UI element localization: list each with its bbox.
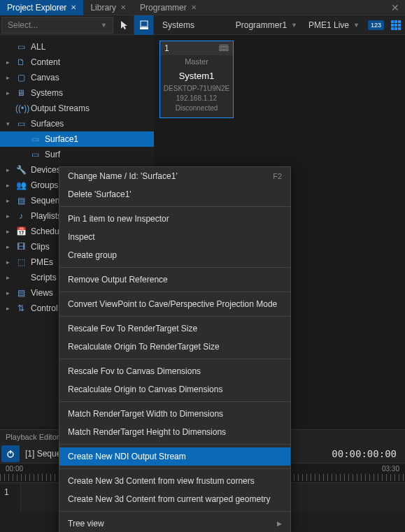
select-dropdown[interactable]: Select... ▼ bbox=[1, 17, 113, 34]
tab-programmer[interactable]: Programmer ✕ bbox=[133, 0, 204, 15]
menu-label: Inspect bbox=[68, 232, 95, 242]
system-name: System1 bbox=[160, 68, 233, 84]
tree-all[interactable]: ▭ ALL bbox=[0, 39, 154, 55]
tab-label: Library bbox=[90, 3, 116, 13]
sequences-icon: ▤ bbox=[15, 196, 27, 206]
panel-label: Systems bbox=[154, 20, 203, 30]
chevron-down-icon: ▼ bbox=[291, 22, 297, 29]
separator bbox=[59, 292, 290, 292]
context-menu-item[interactable]: Recalculate Origin To RenderTarget Size bbox=[59, 338, 290, 356]
clips-icon: 🎞 bbox=[15, 242, 27, 252]
tree-child-surface[interactable]: ▭Surf bbox=[0, 147, 154, 162]
system-number: 1 bbox=[164, 43, 169, 53]
separator bbox=[59, 267, 290, 268]
expander-icon[interactable]: ▸ bbox=[4, 274, 11, 281]
tab-project-explorer[interactable]: Project Explorer ✕ bbox=[0, 0, 83, 15]
system-tool[interactable] bbox=[134, 15, 154, 35]
tree-item-canvas[interactable]: ▸▢Canvas bbox=[0, 70, 154, 85]
menu-label: Remove Output Reference bbox=[68, 275, 168, 285]
programmer-dropdown[interactable]: Programmer1 ▼ bbox=[230, 20, 303, 30]
cursor-tool[interactable] bbox=[115, 15, 134, 35]
menu-label: Tree view bbox=[68, 519, 104, 529]
context-menu-item[interactable]: Create New NDI Output Stream bbox=[59, 447, 290, 466]
tree-label: Devices bbox=[31, 165, 61, 175]
surface-icon: ▭ bbox=[29, 150, 41, 159]
main-toolbar: Select... ▼ Systems Programmer1 ▼ PME1 L… bbox=[0, 15, 405, 35]
track-number[interactable]: 1 bbox=[0, 483, 21, 511]
content-icon: 🗋 bbox=[15, 57, 27, 67]
pmes-icon: ⬚ bbox=[15, 257, 27, 267]
expander-icon[interactable]: ▸ bbox=[4, 259, 11, 266]
menu-label: Change Name / Id: 'Surface1' bbox=[68, 171, 178, 181]
context-menu-item[interactable]: Tree view▶ bbox=[59, 515, 290, 532]
close-icon[interactable]: ✕ bbox=[120, 3, 126, 11]
tab-label: Programmer bbox=[140, 3, 187, 13]
expander-icon[interactable]: ▸ bbox=[4, 213, 11, 220]
expander-icon[interactable]: ▸ bbox=[4, 228, 11, 235]
tree-child-surface[interactable]: ▭Surface1 bbox=[0, 131, 154, 147]
expander-icon[interactable]: ▸ bbox=[4, 182, 11, 189]
close-icon[interactable]: ✕ bbox=[191, 3, 197, 11]
context-menu-item[interactable]: Match RenderTarget Height to Dimensions bbox=[59, 423, 290, 441]
expander-icon[interactable]: ▸ bbox=[4, 74, 11, 81]
tree-label: Sequen bbox=[31, 196, 59, 206]
system-status: Disconnected bbox=[160, 103, 233, 113]
expander-icon[interactable]: ▸ bbox=[4, 243, 11, 250]
context-menu-item[interactable]: Rescale Fov to Canvas Dimensions bbox=[59, 362, 290, 380]
context-menu: Change Name / Id: 'Surface1'F2Delete 'Su… bbox=[59, 166, 291, 532]
tree-label: Surfaces bbox=[31, 119, 64, 129]
grid-view-icon[interactable] bbox=[391, 20, 401, 30]
system-ip: 192.168.1.12 bbox=[160, 94, 233, 103]
tree-label: Output Streams bbox=[31, 103, 90, 113]
tree-label: Schedu bbox=[31, 227, 59, 236]
schedules-icon: 📅 bbox=[15, 227, 27, 236]
expander-icon[interactable]: ▾ bbox=[4, 120, 11, 127]
context-menu-item[interactable]: Match RenderTarget Width to Dimensions bbox=[59, 405, 290, 423]
streams-icon: ((•)) bbox=[15, 103, 27, 113]
tab-library[interactable]: Library ✕ bbox=[83, 0, 133, 15]
menu-label: Rescale Fov To RenderTarget Size bbox=[68, 324, 197, 333]
disk-icon bbox=[219, 45, 229, 52]
badge-123[interactable]: 123 bbox=[368, 20, 384, 30]
window-close-icon[interactable]: ✕ bbox=[385, 2, 405, 13]
menu-label: Create New 3d Content from view frustum … bbox=[68, 476, 255, 486]
close-icon[interactable]: ✕ bbox=[71, 3, 76, 11]
expander-icon[interactable]: ▸ bbox=[4, 89, 11, 96]
separator bbox=[59, 511, 290, 512]
context-menu-item[interactable]: Change Name / Id: 'Surface1'F2 bbox=[59, 167, 290, 185]
menu-label: Match RenderTarget Width to Dimensions bbox=[68, 409, 223, 419]
tree-item-systems[interactable]: ▸🖥Systems bbox=[0, 85, 154, 101]
context-menu-item[interactable]: Create group bbox=[59, 246, 290, 264]
power-button[interactable] bbox=[1, 445, 20, 462]
context-menu-item[interactable]: Remove Output Reference bbox=[59, 271, 290, 289]
context-menu-item[interactable]: Delete 'Surface1' bbox=[59, 185, 290, 203]
tab-label: Project Explorer bbox=[7, 3, 66, 13]
context-menu-item[interactable]: Recalculate Origin to Canvas Dimensions bbox=[59, 380, 290, 398]
tree-item-content[interactable]: ▸🗋Content bbox=[0, 55, 154, 70]
all-icon: ▭ bbox=[15, 42, 27, 52]
expander-icon[interactable]: ▸ bbox=[4, 305, 11, 312]
context-menu-item[interactable]: Convert ViewPoint to Cave/Perspective Pr… bbox=[59, 295, 290, 313]
expander-icon[interactable]: ▸ bbox=[4, 289, 11, 296]
context-menu-item[interactable]: Pin 1 item to new Inspector bbox=[59, 210, 290, 228]
menu-label: Create group bbox=[68, 250, 117, 260]
menu-label: Rescale Fov to Canvas Dimensions bbox=[68, 366, 201, 376]
tree-label: Canvas bbox=[31, 73, 59, 82]
expander-icon[interactable]: ▸ bbox=[4, 59, 11, 66]
tree-label: Views bbox=[31, 288, 53, 298]
canvas-icon: ▢ bbox=[15, 73, 27, 82]
context-menu-item[interactable]: Create New 3d Content from view frustum … bbox=[59, 472, 290, 490]
expander-icon[interactable]: ▸ bbox=[4, 166, 11, 173]
svg-rect-0 bbox=[141, 21, 148, 27]
context-menu-item[interactable]: Inspect bbox=[59, 228, 290, 246]
tree-label: Playlists bbox=[31, 211, 62, 221]
expander-icon[interactable]: ▸ bbox=[4, 197, 11, 204]
context-menu-item[interactable]: Create New 3d Content from current warpe… bbox=[59, 490, 290, 508]
menu-label: Pin 1 item to new Inspector bbox=[68, 214, 169, 224]
pme-dropdown[interactable]: PME1 Live ▼ bbox=[303, 20, 365, 30]
context-menu-item[interactable]: Rescale Fov To RenderTarget Size bbox=[59, 319, 290, 338]
tree-item-surfaces[interactable]: ▾▭Surfaces bbox=[0, 116, 154, 131]
shortcut-label: F2 bbox=[273, 172, 282, 180]
system-card[interactable]: 1 Master System1 DESKTOP-71U9N2E 192.168… bbox=[159, 41, 234, 118]
tree-item-streams[interactable]: ((•))Output Streams bbox=[0, 101, 154, 116]
